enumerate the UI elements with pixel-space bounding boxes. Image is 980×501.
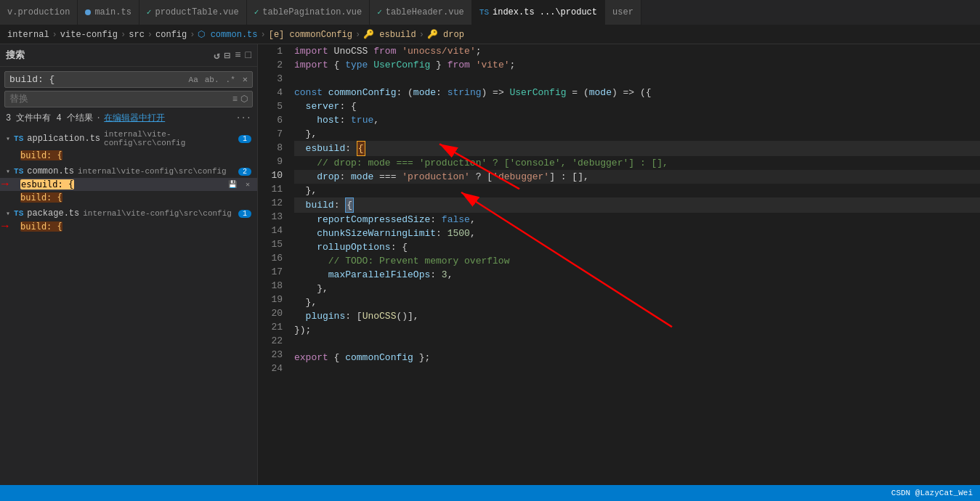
replace-all-icon[interactable]: ⬡ xyxy=(240,94,248,105)
replace-options-icon[interactable]: ≡ xyxy=(232,94,238,105)
collapse-icon[interactable]: ⊟ xyxy=(224,49,230,62)
close-icon[interactable]: □ xyxy=(246,49,251,61)
sidebar: 搜索 ↺ ⊟ ≡ □ Aa ab. .* ✕ ≡ ⬡ 3 xyxy=(0,44,258,485)
tab-label: productTable.vue xyxy=(155,7,238,17)
code-line-6: host: true, xyxy=(294,113,980,127)
code-line-22 xyxy=(294,337,980,351)
result-badge: 1 xyxy=(238,135,251,143)
match-text: esbuild: { xyxy=(20,179,251,190)
line-numbers: 1 2 3 4 5 6 7 8 9 10 11 12 13 14 15 16 1… xyxy=(258,44,288,485)
status-bar: CSDN @LazyCat_Wei xyxy=(0,485,980,501)
left-arrow-icon: → xyxy=(1,178,9,191)
editor: 1 2 3 4 5 6 7 8 9 10 11 12 13 14 15 16 1… xyxy=(258,44,980,485)
check-icon: ✓ xyxy=(254,7,259,17)
code-line-14: chunkSizeWarningLimit: 1500, xyxy=(294,227,980,240)
match-wrapper-package: → build: { xyxy=(0,220,257,233)
tab-bar: v.production main.ts ✓ productTable.vue … xyxy=(0,0,980,25)
result-badge: 1 xyxy=(238,210,251,218)
status-credit: CSDN @LazyCat_Wei xyxy=(891,489,973,497)
code-line-2: import { type UserConfig } from 'vite'; xyxy=(294,58,980,72)
code-line-19: }, xyxy=(294,296,980,309)
file-results: ▾ TS application.ts internal\vite-config… xyxy=(0,126,257,485)
file-name: package.ts xyxy=(27,208,79,219)
code-line-12: build: { xyxy=(294,197,980,213)
tab-label: tableHeader.vue xyxy=(386,7,464,17)
code-line-20: plugins: [UnoCSS()], xyxy=(294,309,980,323)
clear-search-icon[interactable]: ✕ xyxy=(243,74,248,85)
tab-label: user xyxy=(612,7,633,17)
tab-user[interactable]: user xyxy=(605,0,641,25)
expand-icon[interactable]: ≡ xyxy=(235,49,240,61)
chevron-icon: ▾ xyxy=(6,167,10,176)
chevron-icon: ▾ xyxy=(6,134,10,143)
tab-label: main.ts xyxy=(94,7,131,17)
file-group-common: ▾ TS common.ts internal\vite-config\src\… xyxy=(0,165,257,204)
code-area[interactable]: import UnoCSS from 'unocss/vite'; import… xyxy=(288,44,980,485)
file-group-application: ▾ TS application.ts internal\vite-config… xyxy=(0,129,257,162)
check-icon: ✓ xyxy=(147,7,152,17)
file-header-application[interactable]: ▾ TS application.ts internal\vite-config… xyxy=(0,129,257,149)
tab-icon-ts xyxy=(85,9,91,15)
case-sensitive-flag[interactable]: Aa xyxy=(187,75,201,85)
file-header-common[interactable]: ▾ TS common.ts internal\vite-config\src\… xyxy=(0,165,257,178)
file-name: application.ts xyxy=(27,134,100,144)
search-box: Aa ab. .* ✕ xyxy=(4,71,253,88)
match-item-package[interactable]: → build: { xyxy=(0,220,257,233)
tab-label: tablePagination.vue xyxy=(262,7,362,17)
left-arrow-icon: → xyxy=(1,220,9,233)
tab-indexts[interactable]: TS index.ts ...\product xyxy=(472,0,605,25)
chevron-icon: ▾ xyxy=(6,209,10,218)
file-path: internal\vite-config\src\config xyxy=(78,167,227,176)
refresh-icon[interactable]: ↺ xyxy=(214,49,219,62)
code-line-5: server: { xyxy=(294,99,980,113)
whole-word-flag[interactable]: ab. xyxy=(203,75,222,85)
close-match-icon[interactable]: ✕ xyxy=(246,180,250,189)
code-line-18: }, xyxy=(294,282,980,296)
more-icon[interactable]: ··· xyxy=(235,113,251,123)
tab-vproduction[interactable]: v.production xyxy=(0,0,78,25)
match-text: build: { xyxy=(20,221,251,232)
code-line-1: import UnoCSS from 'unocss/vite'; xyxy=(294,44,980,58)
tab-maints[interactable]: main.ts xyxy=(78,0,139,25)
save-icon[interactable]: 💾 xyxy=(228,180,237,189)
code-line-10: drop: mode === 'production' ? ['debugger… xyxy=(294,170,980,184)
code-line-13: reportCompressedSize: false, xyxy=(294,213,980,227)
match-wrapper-esbuild: → 💾 ✕ esbuild: { xyxy=(0,178,257,191)
replace-box: ≡ ⬡ xyxy=(4,91,253,107)
code-line-7: }, xyxy=(294,127,980,141)
file-path: internal\vite-config\src\config xyxy=(83,209,232,218)
match-text: build: { xyxy=(20,150,251,160)
search-input[interactable] xyxy=(9,74,184,85)
code-line-4: const commonConfig: (mode: string) => Us… xyxy=(294,86,980,99)
tab-tableHeader[interactable]: ✓ tableHeader.vue xyxy=(370,0,472,25)
match-text: build: { xyxy=(20,192,251,203)
file-header-package[interactable]: ▾ TS package.ts internal\vite-config\src… xyxy=(0,207,257,220)
open-in-editor-link[interactable]: 在编辑器中打开 xyxy=(104,112,165,124)
result-count: 3 文件中有 4 个结果 · 在编辑器中打开 ··· xyxy=(0,110,257,126)
code-line-3 xyxy=(294,72,980,86)
ts-file-icon: TS xyxy=(14,134,23,143)
replace-input[interactable] xyxy=(9,94,230,105)
check-icon: ✓ xyxy=(377,7,382,17)
file-group-package: ▾ TS package.ts internal\vite-config\src… xyxy=(0,207,257,233)
tab-productTable[interactable]: ✓ productTable.vue xyxy=(139,0,247,25)
tab-tablePagination[interactable]: ✓ tablePagination.vue xyxy=(247,0,370,25)
match-item-build[interactable]: build: { xyxy=(0,191,257,204)
ts-file-icon: TS xyxy=(14,167,23,176)
ts-icon: TS xyxy=(479,8,489,17)
code-line-16: // TODO: Prevent memory overflow xyxy=(294,254,980,268)
match-item-esbuild[interactable]: → 💾 ✕ esbuild: { xyxy=(0,178,257,191)
sidebar-header: 搜索 ↺ ⊟ ≡ □ xyxy=(0,44,257,67)
match-wrapper: build: { xyxy=(0,149,257,162)
editor-content: 1 2 3 4 5 6 7 8 9 10 11 12 13 14 15 16 1… xyxy=(258,44,980,485)
code-line-23: export { commonConfig }; xyxy=(294,351,980,364)
result-badge: 2 xyxy=(238,168,251,176)
regex-flag[interactable]: .* xyxy=(224,75,238,85)
code-line-9: // drop: mode === 'production' ? ['conso… xyxy=(294,156,980,170)
match-item[interactable]: build: { xyxy=(0,149,257,162)
code-line-24 xyxy=(294,364,980,378)
tab-label: index.ts ...\product xyxy=(493,7,597,17)
sidebar-header-icons: ↺ ⊟ ≡ □ xyxy=(214,49,251,62)
tab-label: v.production xyxy=(7,7,70,17)
code-line-17: maxParallelFileOps: 3, xyxy=(294,268,980,282)
